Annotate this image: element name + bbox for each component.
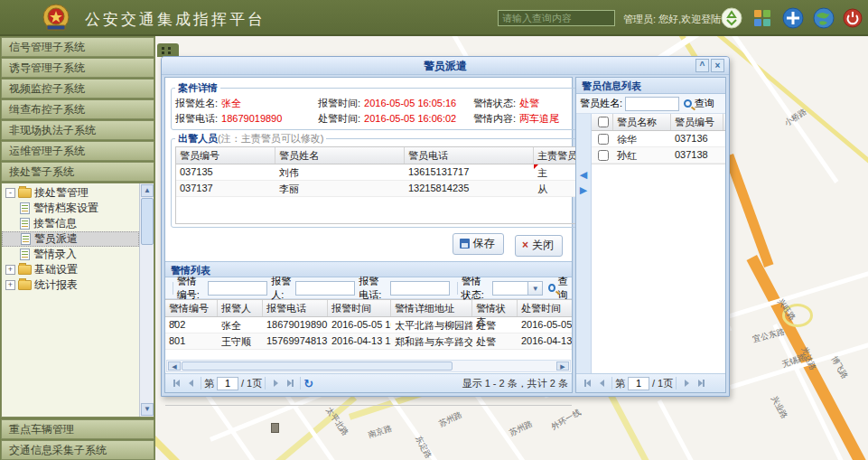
globe-icon[interactable] — [810, 5, 837, 31]
page-number-input[interactable] — [217, 377, 238, 390]
sidebar-item-诱导管理子系统[interactable]: 诱导管理子系统 — [1, 58, 154, 78]
transfer-left-icon[interactable]: ◀ — [580, 170, 587, 180]
field-label: 警情状态: — [473, 96, 516, 111]
scroll-thumb[interactable] — [141, 198, 154, 245]
checkbox[interactable] — [598, 134, 609, 145]
tree-node-警情录入[interactable]: 警情录入 — [2, 247, 139, 262]
filter-input-1[interactable] — [295, 281, 355, 296]
sidebar-item-缉查布控子系统[interactable]: 缉查布控子系统 — [1, 99, 154, 119]
expand-box-icon[interactable]: + — [5, 280, 15, 290]
table-row[interactable]: 孙红037138 — [592, 147, 725, 164]
officer-name-input[interactable] — [625, 97, 679, 111]
status-select[interactable]: ▼ — [492, 281, 543, 296]
recycle-icon[interactable] — [718, 5, 745, 31]
last-page-icon[interactable] — [694, 376, 708, 390]
tree-node-警情档案设置[interactable]: 警情档案设置 — [2, 201, 139, 216]
officer-panel: 警员信息列表 警员姓名: 查询 ◀ ▶ 警员名称警员编号徐华037136孙红03… — [575, 77, 726, 393]
transfer-right-icon[interactable]: ▶ — [580, 185, 587, 195]
next-page-icon[interactable] — [268, 376, 283, 390]
column-header[interactable]: 警员编号 — [176, 147, 275, 164]
table-cell: 802 — [165, 317, 218, 333]
table-cell: 张全 — [218, 317, 263, 333]
column-header[interactable]: 报警电话 — [263, 300, 328, 316]
checkbox[interactable] — [598, 150, 609, 161]
row-checkbox-cell[interactable] — [592, 147, 613, 163]
last-page-icon[interactable] — [283, 376, 297, 390]
tree-node-接警信息[interactable]: 接警信息 — [2, 216, 139, 231]
select-all-checkbox[interactable] — [592, 114, 613, 130]
prev-page-icon[interactable] — [183, 376, 198, 390]
header-search-input[interactable] — [498, 10, 615, 26]
table-row[interactable]: 802张全186790198902016-05-05 16:...太平北路与柳园… — [165, 317, 572, 333]
expand-box-icon[interactable]: + — [5, 265, 15, 275]
plus-icon[interactable] — [779, 5, 807, 31]
refresh-icon[interactable]: ↻ — [303, 377, 313, 390]
filter-input-2[interactable] — [390, 281, 450, 296]
column-header[interactable]: 报警时间 — [328, 300, 391, 316]
tree-scrollbar[interactable]: ▲ ▼ — [139, 183, 154, 417]
officer-pager: 第 / 1页 — [576, 373, 725, 392]
sidebar-item-信号管理子系统[interactable]: 信号管理子系统 — [1, 37, 154, 57]
prev-page-icon[interactable] — [594, 376, 609, 390]
checkbox[interactable] — [598, 117, 609, 127]
table-row[interactable]: 037137李丽13215814235从 — [176, 181, 615, 197]
first-page-icon[interactable] — [580, 376, 594, 390]
tree-node-统计报表[interactable]: +统计报表 — [2, 277, 139, 293]
table-row[interactable]: 徐华037136 — [592, 131, 725, 147]
next-page-icon[interactable] — [679, 376, 694, 390]
column-header[interactable]: 警员名称 — [613, 114, 671, 130]
tree-node-label: 警情录入 — [33, 247, 77, 262]
sidebar-collapse-tab[interactable] — [157, 43, 179, 57]
column-header[interactable]: 警员编号 — [671, 114, 723, 130]
table-row[interactable]: 801王守顺157699748132016-04-13 12:...郑和路与东亭… — [165, 333, 572, 350]
column-header[interactable]: 警情编号▼ — [165, 300, 218, 316]
incident-search-button[interactable]: 查询 — [558, 275, 572, 302]
page-number-input[interactable] — [628, 377, 649, 390]
scroll-right-icon[interactable]: ▶ — [556, 361, 569, 371]
column-header[interactable]: 处警时间 — [518, 300, 572, 316]
officer-search-button[interactable]: 查询 — [695, 97, 714, 110]
first-page-icon[interactable] — [169, 376, 183, 390]
column-header[interactable]: 警情状态 — [472, 300, 518, 316]
column-header[interactable]: 警员姓名 — [275, 147, 405, 164]
power-icon[interactable] — [839, 5, 866, 31]
table-row[interactable]: 037135刘伟13615131717主 — [176, 164, 615, 181]
collapse-box-icon[interactable]: - — [5, 188, 15, 198]
column-header[interactable]: 警员电话 — [405, 147, 534, 164]
row-checkbox-cell[interactable] — [592, 131, 613, 146]
close-button[interactable]: × 关闭 — [515, 235, 563, 257]
sidebar-item-运维管理子系统[interactable]: 运维管理子系统 — [1, 141, 154, 161]
filter-input-0[interactable] — [208, 281, 267, 296]
officer-grid[interactable]: 警员名称警员编号徐华037136孙红037138 — [592, 114, 725, 164]
tree-node-label: 警情档案设置 — [33, 201, 98, 216]
sidebar-tree-panel: -接处警管理警情档案设置接警信息警员派遣警情录入+基础设置+统计报表 ▲ ▼ — [1, 183, 154, 418]
collapse-icon[interactable]: ^ — [695, 59, 709, 72]
hscroll-thumb[interactable] — [182, 361, 453, 371]
dialog-titlebar[interactable]: 警员派遣 ^ × — [162, 57, 729, 75]
select-value — [492, 281, 528, 296]
table-cell: 15769974813 — [263, 333, 328, 349]
sidebar-item-视频监控子系统[interactable]: 视频监控子系统 — [1, 79, 154, 99]
document-icon — [20, 218, 30, 230]
tree-node-警员派遣[interactable]: 警员派遣 — [2, 231, 139, 247]
tree-node-基础设置[interactable]: +基础设置 — [2, 262, 139, 277]
chevron-down-icon[interactable]: ▼ — [528, 281, 543, 296]
horizontal-scrollbar[interactable]: ◀ ▶ — [166, 360, 571, 372]
sidebar-item-交通信息采集子系统[interactable]: 交通信息采集子系统 — [1, 440, 154, 460]
map-road — [773, 324, 853, 460]
case-detail-row: 报警电话:18679019890处警时间:2016-05-05 16:06:02… — [175, 111, 574, 127]
column-header[interactable]: 警情详细地址 — [391, 300, 472, 316]
apps-grid-icon[interactable] — [749, 5, 776, 31]
save-button[interactable]: 保存 — [453, 233, 504, 255]
column-header[interactable]: 报警人 — [218, 300, 263, 316]
sidebar-item-接处警子系统[interactable]: 接处警子系统 — [1, 162, 154, 182]
scroll-up-icon[interactable]: ▲ — [141, 184, 154, 197]
sidebar-item-非现场执法子系统[interactable]: 非现场执法子系统 — [1, 120, 154, 140]
sidebar-item-重点车辆管理[interactable]: 重点车辆管理 — [1, 419, 154, 439]
tree-node-root[interactable]: -接处警管理 — [2, 185, 139, 201]
field-label: 报警时间: — [318, 96, 360, 111]
dispatch-grid[interactable]: 警员编号警员姓名警员电话主责警员037135刘伟13615131717主0371… — [175, 146, 616, 224]
scroll-down-icon[interactable]: ▼ — [141, 403, 154, 416]
scroll-left-icon[interactable]: ◀ — [168, 361, 181, 371]
close-icon[interactable]: × — [711, 59, 724, 72]
